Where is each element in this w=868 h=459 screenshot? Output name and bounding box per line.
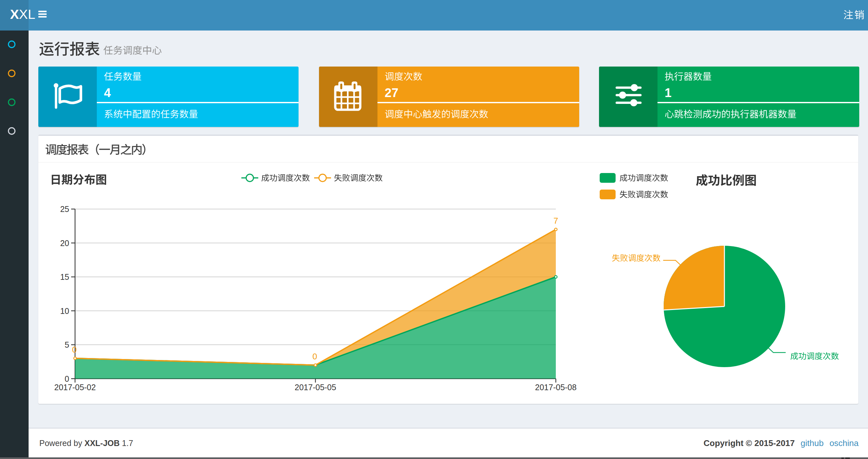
svg-text:1: 1 (664, 86, 672, 100)
svg-text:Copyright © 2015-2017githubosc: Copyright © 2015-2017githuboschina (704, 438, 859, 448)
svg-text:7: 7 (554, 216, 558, 226)
svg-text:2017-05-02: 2017-05-02 (54, 383, 96, 392)
svg-text:20: 20 (60, 238, 69, 248)
svg-text:27: 27 (384, 86, 398, 100)
svg-text:10: 10 (60, 306, 69, 316)
svg-text:0: 0 (312, 352, 317, 361)
svg-text:15: 15 (60, 272, 69, 282)
svg-text:Powered by XXL-JOB 1.7: Powered by XXL-JOB 1.7 (39, 438, 133, 448)
svg-text:0: 0 (65, 374, 69, 383)
svg-text:0: 0 (72, 345, 77, 355)
svg-text:2017-05-08: 2017-05-08 (535, 383, 577, 392)
svg-text:XXL: XXL (10, 7, 35, 22)
svg-text:4: 4 (104, 86, 111, 100)
svg-text:5: 5 (65, 340, 69, 349)
svg-text:2017-05-05: 2017-05-05 (294, 383, 336, 392)
svg-text:25: 25 (60, 204, 69, 214)
